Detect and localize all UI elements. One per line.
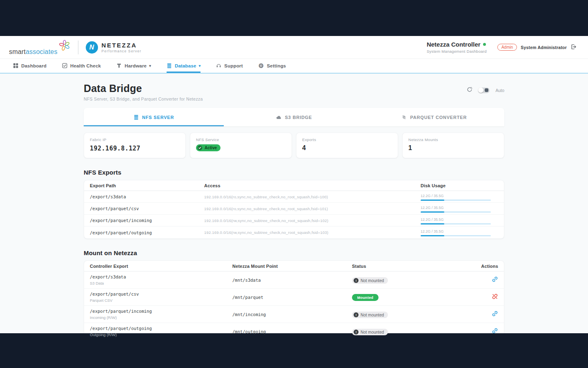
col-disk-usage: Disk Usage <box>421 183 498 188</box>
nav-item-dashboard[interactable]: Dashboard <box>13 59 47 73</box>
controller-export-path: /export/parquet/outgoing <box>90 326 232 331</box>
header-right: Netezza Controller System Management Das… <box>427 41 577 54</box>
tab-nfs-server[interactable]: NFS SERVER <box>84 108 224 126</box>
controller-subtitle: System Management Dashboard <box>427 49 487 54</box>
stat-label: Netezza Mounts <box>408 137 498 142</box>
stat-card-nfs-service: NFS Service Active <box>190 132 292 158</box>
mount-button[interactable] <box>492 276 498 284</box>
tab-label: S3 BRIDGE <box>285 115 312 120</box>
stat-label: Exports <box>302 137 392 142</box>
export-access: 192.169.0.0/16(rw,sync,no_subtree_check,… <box>204 218 421 223</box>
disk-usage-text: 12.2G / 35.5G <box>421 229 498 233</box>
nav-label: Hardware <box>125 63 147 68</box>
disk-usage-text: 12.2G / 35.5G <box>421 206 498 210</box>
table-header-row: Controller Export Netezza Mount Point St… <box>84 261 504 272</box>
link-icon <box>492 276 498 284</box>
export-access: 192.169.0.0/16(ro,sync,no_subtree_check,… <box>204 206 421 211</box>
tab-label: NFS SERVER <box>142 115 174 120</box>
nfs-exports-table: Export Path Access Disk Usage /export/s3… <box>84 180 504 239</box>
nfs-exports-heading: NFS Exports <box>84 169 504 176</box>
refresh-button[interactable] <box>467 87 472 94</box>
nfs-service-status-text: Active <box>205 146 217 150</box>
flower-logo-icon <box>58 39 71 53</box>
nav-item-support[interactable]: Support <box>216 59 243 73</box>
controller-title: Netezza Controller <box>427 41 481 48</box>
brand-divider <box>78 40 78 54</box>
data-bridge-tabs: NFS SERVER S3 BRIDGE PARQUET CONVERTER <box>84 108 504 126</box>
stat-card-exports: Exports 4 <box>296 132 398 158</box>
table-row: /export/parquet/incoming 192.169.0.0/16(… <box>84 215 504 227</box>
transform-icon <box>401 114 407 120</box>
controller-export-path: /export/parquet/incoming <box>90 309 232 314</box>
nav-label: Settings <box>267 63 286 68</box>
table-row: /export/parquet/incoming Incoming (R/W) … <box>84 306 504 323</box>
mount-button[interactable] <box>492 328 498 335</box>
disk-usage-text: 12.2G / 35.5G <box>421 218 498 222</box>
netezza-product-name: NETEZZA <box>102 42 142 49</box>
export-access: 192.169.0.0/16(ro,sync,no_subtree_check,… <box>204 195 421 199</box>
nfs-service-status-badge: Active <box>196 144 220 151</box>
disk-usage-bar <box>421 211 491 213</box>
active-tab-underline <box>84 125 224 126</box>
netezza-n-icon: N <box>86 41 98 54</box>
disk-usage-text: 12.2G / 35.5G <box>421 194 498 198</box>
tab-parquet-converter[interactable]: PARQUET CONVERTER <box>364 108 504 126</box>
exports-count: 4 <box>302 144 392 152</box>
col-mount-point: Netezza Mount Point <box>232 264 352 269</box>
disk-usage-bar <box>421 223 491 224</box>
tab-label: PARQUET CONVERTER <box>410 115 467 120</box>
stats-row: Fabric IP 192.169.8.127 NFS Service Acti… <box>84 132 504 158</box>
netezza-logo: N NETEZZA Performance Server <box>86 41 142 54</box>
stat-label: Fabric IP <box>90 137 180 142</box>
smartassociates-logo-smart: smart <box>9 48 26 56</box>
table-row: /export/parquet/csv 192.169.0.0/16(ro,sy… <box>84 203 504 215</box>
mounts-table: Controller Export Netezza Mount Point St… <box>84 260 504 340</box>
smartassociates-logo: smartassociates <box>9 39 71 56</box>
chevron-down-icon: ▾ <box>149 64 151 68</box>
nav-label: Health Check <box>70 63 101 68</box>
tab-s3-bridge[interactable]: S3 BRIDGE <box>224 108 364 126</box>
table-row: /export/parquet/outgoing 192.169.0.0/16(… <box>84 227 504 238</box>
nav-label: Database <box>175 63 196 68</box>
user-name: System Administrator <box>521 45 567 50</box>
auto-refresh-toggle[interactable] <box>478 88 490 93</box>
unlink-icon <box>492 293 498 301</box>
table-row: /export/parquet/csv Parquet CSV /mnt/par… <box>84 289 504 306</box>
head-controls: Auto <box>467 87 504 94</box>
hardware-icon <box>116 63 122 68</box>
exclamation-icon: ! <box>354 278 359 283</box>
netezza-mount-point: /mnt/parquet <box>232 295 352 300</box>
toggle-knob <box>478 88 483 93</box>
export-description: Outgoing (R/W) <box>90 332 232 337</box>
online-status-dot <box>483 43 486 46</box>
stat-card-netezza-mounts: Netezza Mounts 1 <box>402 132 504 158</box>
gear-icon: ⚙ <box>258 63 264 69</box>
fabric-ip-value: 192.169.8.127 <box>90 145 180 152</box>
chevron-down-icon: ▾ <box>199 64 201 68</box>
nav-item-hardware[interactable]: Hardware ▾ <box>116 59 151 73</box>
mount-button[interactable] <box>492 310 498 318</box>
support-headset-icon <box>216 63 221 68</box>
nav-item-database[interactable]: Database ▾ <box>167 59 200 73</box>
nfs-server-icon <box>134 114 139 120</box>
nav-item-settings[interactable]: ⚙ Settings <box>258 59 286 73</box>
user-group: Admin System Administrator <box>497 44 577 51</box>
stat-card-fabric-ip: Fabric IP 192.169.8.127 <box>84 132 186 158</box>
status-badge: ! Not mounted <box>352 312 388 318</box>
dashboard-icon <box>13 63 18 68</box>
letterbox-top <box>0 0 588 36</box>
status-badge: ! Not mounted <box>352 329 388 335</box>
col-export-path: Export Path <box>90 183 204 188</box>
export-description: Parquet CSV <box>90 298 232 303</box>
link-icon <box>492 328 498 335</box>
nav-item-health-check[interactable]: Health Check <box>62 59 101 73</box>
logout-icon <box>570 44 577 51</box>
unmount-button[interactable] <box>492 293 498 301</box>
refresh-icon <box>467 87 472 94</box>
table-header-row: Export Path Access Disk Usage <box>84 180 504 191</box>
cloud-icon <box>276 114 282 120</box>
health-check-icon <box>62 63 67 68</box>
disk-usage-bar <box>421 235 491 236</box>
controller-export-path: /export/s3data <box>90 274 232 279</box>
logout-button[interactable] <box>570 44 577 51</box>
